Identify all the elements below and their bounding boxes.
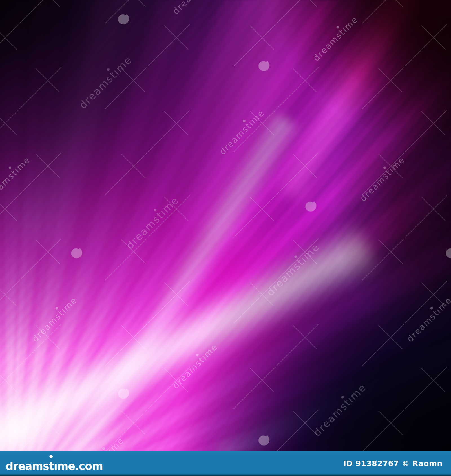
dreamstime-logo-text: dreamstıme.com [6, 461, 103, 476]
stock-photo-preview: dreamstımedreamstımedreamstımedreamstıme… [0, 0, 451, 476]
shade-bottom-right-corner [0, 0, 451, 451]
abstract-purple-blur-artwork: dreamstımedreamstımedreamstımedreamstıme… [0, 0, 451, 451]
footer-bar: dreamstıme.com ID 91382767 © Raomn [0, 451, 451, 476]
dreamstime-spiral-icon [48, 453, 54, 459]
image-credit-text: ID 91382767 © Raomn [343, 459, 443, 468]
dreamstime-logo: dreamstıme.com [6, 451, 103, 476]
